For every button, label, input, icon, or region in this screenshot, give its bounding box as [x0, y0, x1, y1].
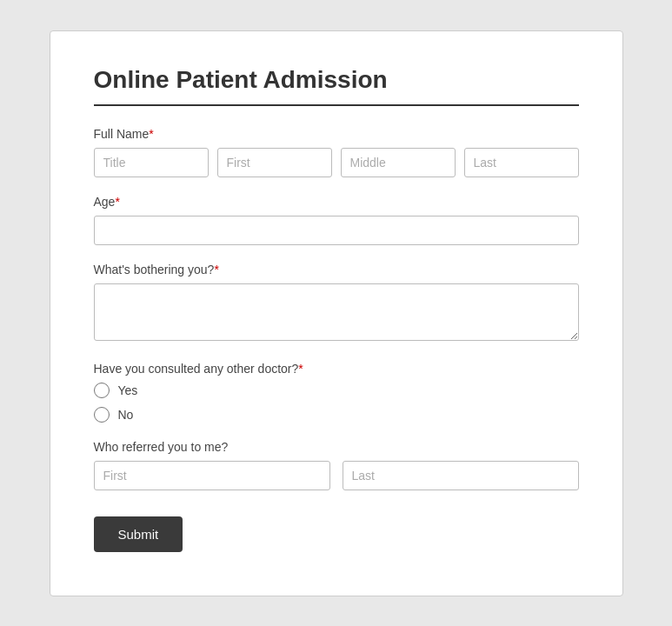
required-indicator: * — [149, 127, 153, 141]
first-name-input[interactable] — [217, 148, 332, 177]
yes-label: Yes — [118, 383, 138, 397]
age-group: Age* — [94, 195, 579, 245]
age-required-indicator: * — [115, 195, 119, 209]
full-name-label: Full Name* — [94, 127, 579, 141]
title-input[interactable] — [94, 148, 209, 177]
full-name-group: Full Name* — [94, 127, 579, 177]
page-title: Online Patient Admission — [94, 66, 579, 94]
referral-first-input[interactable] — [94, 461, 330, 490]
age-input[interactable] — [94, 216, 579, 245]
referral-inputs-row — [94, 461, 579, 490]
form-container: Online Patient Admission Full Name* Age*… — [50, 30, 623, 596]
title-divider — [94, 104, 579, 106]
consulted-doctor-label: Have you consulted any other doctor?* — [94, 362, 579, 376]
yes-radio[interactable] — [94, 383, 110, 398]
no-radio-option[interactable]: No — [94, 407, 579, 423]
no-radio[interactable] — [94, 407, 110, 423]
whats-bothering-required: * — [214, 263, 218, 276]
age-label: Age* — [94, 195, 579, 209]
submit-button[interactable]: Submit — [94, 516, 183, 552]
middle-name-input[interactable] — [341, 148, 456, 177]
whats-bothering-group: What's bothering you?* — [94, 263, 579, 344]
referred-by-label: Who referred you to me? — [94, 440, 579, 454]
last-name-input[interactable] — [464, 148, 579, 177]
no-label: No — [118, 408, 134, 422]
name-inputs-row — [94, 148, 579, 177]
referral-last-input[interactable] — [343, 461, 579, 490]
consulted-doctor-group: Have you consulted any other doctor?* Ye… — [94, 362, 579, 423]
referred-by-group: Who referred you to me? — [94, 440, 579, 490]
whats-bothering-textarea[interactable] — [94, 283, 579, 341]
consulted-required: * — [298, 362, 303, 376]
yes-radio-option[interactable]: Yes — [94, 383, 579, 398]
whats-bothering-label: What's bothering you?* — [94, 263, 579, 276]
radio-group: Yes No — [94, 383, 579, 423]
